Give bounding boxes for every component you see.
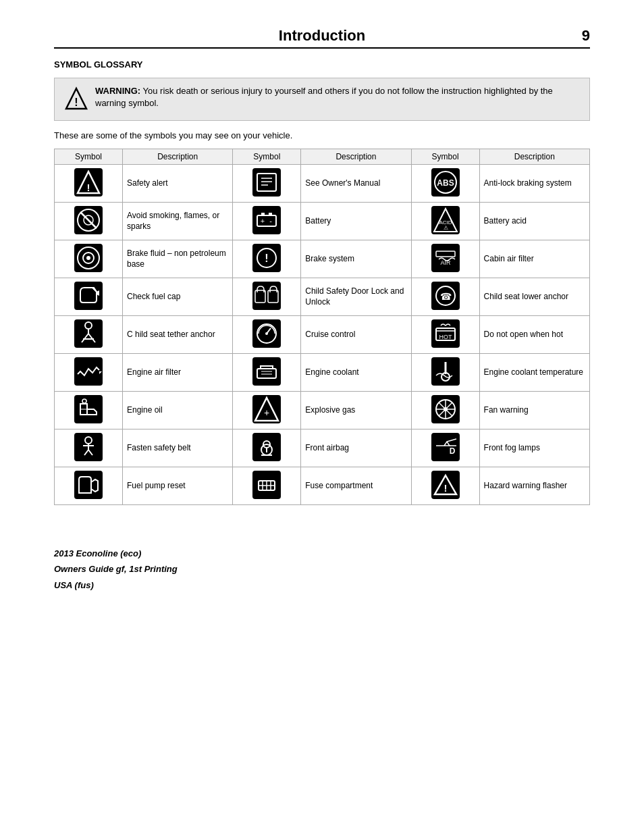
symbol-cell-r3-c2: ☎ xyxy=(411,278,479,316)
desc-cell-r1-c0: Avoid smoking, flames, or sparks xyxy=(122,203,232,240)
svg-text:D: D xyxy=(449,446,455,456)
symbol-table: Symbol Description Symbol Description Sy… xyxy=(54,149,590,505)
symbol-cell-r1-c1: +- xyxy=(233,203,301,240)
desc-cell-r7-c2: Front fog lamps xyxy=(479,429,589,467)
page-number: 9 xyxy=(570,27,590,45)
page-title: Introduction xyxy=(74,27,570,45)
symbol-cell-r5-c0 xyxy=(55,354,123,392)
svg-point-53 xyxy=(265,332,268,335)
desc-cell-r0-c0: Safety alert xyxy=(122,165,232,203)
svg-text:+: + xyxy=(264,407,269,418)
warning-text: WARNING: You risk death or serious injur… xyxy=(95,85,580,109)
symbol-cell-r0-c1 xyxy=(233,165,301,203)
svg-text:⚠: ⚠ xyxy=(443,225,448,231)
symbol-cell-r4-c2: HOT xyxy=(411,316,479,354)
desc-cell-r1-c2: Battery acid xyxy=(479,203,589,240)
desc-cell-r3-c0: Check fuel cap xyxy=(122,278,232,316)
symbol-cell-r5-c1 xyxy=(233,354,301,392)
svg-text:☎: ☎ xyxy=(439,291,451,302)
desc-cell-r6-c0: Engine oil xyxy=(122,392,232,429)
symbol-cell-r8-c2: ! xyxy=(411,467,479,505)
svg-text:HOT: HOT xyxy=(439,334,452,340)
svg-text:ABS: ABS xyxy=(437,178,454,188)
desc-cell-r7-c0: Fasten safety belt xyxy=(122,429,232,467)
symbol-cell-r7-c0 xyxy=(55,429,123,467)
footer-line2: Owners Guide gf, 1st Printing xyxy=(54,561,590,577)
symbol-cell-r2-c1: ! xyxy=(233,240,301,278)
symbol-cell-r7-c1 xyxy=(233,429,301,467)
symbol-cell-r3-c1 xyxy=(233,278,301,316)
svg-rect-20 xyxy=(269,213,272,216)
symbol-cell-r0-c2: ABS xyxy=(411,165,479,203)
svg-rect-81 xyxy=(431,433,460,461)
symbol-cell-r2-c2: AIR xyxy=(411,240,479,278)
col-header-desc2: Description xyxy=(301,149,411,165)
desc-cell-r8-c1: Fuse compartment xyxy=(301,467,411,505)
symbol-cell-r8-c0 xyxy=(55,467,123,505)
symbol-cell-r6-c0 xyxy=(55,392,123,429)
svg-rect-19 xyxy=(261,213,265,216)
footer: 2013 Econoline (eco) Owners Guide gf, 1s… xyxy=(54,546,590,593)
section-title: SYMBOL GLOSSARY xyxy=(54,59,590,70)
symbol-cell-r7-c2: D xyxy=(411,429,479,467)
desc-cell-r5-c0: Engine air filter xyxy=(122,354,232,392)
desc-cell-r1-c1: Battery xyxy=(301,203,411,240)
col-header-symbol3: Symbol xyxy=(411,149,479,165)
desc-cell-r8-c2: Hazard warning flasher xyxy=(479,467,589,505)
col-header-desc3: Description xyxy=(479,149,589,165)
desc-cell-r0-c2: Anti-lock braking system xyxy=(479,165,589,203)
svg-rect-38 xyxy=(252,282,281,310)
symbol-cell-r2-c0 xyxy=(55,240,123,278)
warning-triangle-icon: ! xyxy=(64,86,88,113)
symbol-cell-r8-c1 xyxy=(233,467,301,505)
symbol-cell-r6-c1: + xyxy=(233,392,301,429)
desc-cell-r5-c1: Engine coolant xyxy=(301,354,411,392)
col-header-symbol2: Symbol xyxy=(233,149,301,165)
desc-cell-r6-c2: Fan warning xyxy=(479,392,589,429)
svg-text:!: ! xyxy=(74,97,78,108)
svg-rect-57 xyxy=(74,357,103,386)
desc-cell-r2-c2: Cabin air filter xyxy=(479,240,589,278)
warning-box: ! WARNING: You risk death or serious inj… xyxy=(54,78,590,121)
symbol-cell-r0-c0: ! xyxy=(55,165,123,203)
desc-cell-r2-c0: Brake fluid – non petroleum base xyxy=(122,240,232,278)
symbol-cell-r1-c0 xyxy=(55,203,123,240)
desc-cell-r4-c0: C hild seat tether anchor xyxy=(122,316,232,354)
symbol-cell-r4-c1 xyxy=(233,316,301,354)
svg-rect-37 xyxy=(74,282,103,310)
desc-cell-r7-c1: Front airbag xyxy=(301,429,411,467)
symbol-cell-r1-c2: ACID⚠ xyxy=(411,203,479,240)
desc-cell-r4-c2: Do not open when hot xyxy=(479,316,589,354)
desc-cell-r3-c1: Child Safety Door Lock and Unlock xyxy=(301,278,411,316)
svg-rect-34 xyxy=(431,244,460,272)
svg-text:!: ! xyxy=(444,482,447,494)
intro-text: These are some of the symbols you may se… xyxy=(54,130,590,140)
col-header-symbol1: Symbol xyxy=(55,149,123,165)
svg-text:+: + xyxy=(261,217,265,225)
desc-cell-r2-c1: Brake system xyxy=(301,240,411,278)
symbol-cell-r5-c2 xyxy=(411,354,479,392)
desc-cell-r8-c0: Fuel pump reset xyxy=(122,467,232,505)
col-header-desc1: Description xyxy=(122,149,232,165)
footer-line3: USA (fus) xyxy=(54,577,590,593)
svg-text:!: ! xyxy=(86,182,90,193)
footer-line1: 2013 Econoline (eco) xyxy=(54,546,590,561)
desc-cell-r6-c1: Explosive gas xyxy=(301,392,411,429)
page-header: Introduction 9 xyxy=(54,27,590,49)
desc-cell-r3-c2: Child seat lower anchor xyxy=(479,278,589,316)
symbol-cell-r4-c0 xyxy=(55,316,123,354)
desc-cell-r0-c1: See Owner's Manual xyxy=(301,165,411,203)
desc-cell-r5-c2: Engine coolant temperature xyxy=(479,354,589,392)
svg-text:!: ! xyxy=(265,253,269,264)
svg-point-75 xyxy=(444,407,448,411)
desc-cell-r4-c1: Cruise control xyxy=(301,316,411,354)
symbol-cell-r3-c0 xyxy=(55,278,123,316)
symbol-cell-r6-c2 xyxy=(411,392,479,429)
svg-text:-: - xyxy=(269,217,272,225)
svg-point-30 xyxy=(86,256,90,260)
